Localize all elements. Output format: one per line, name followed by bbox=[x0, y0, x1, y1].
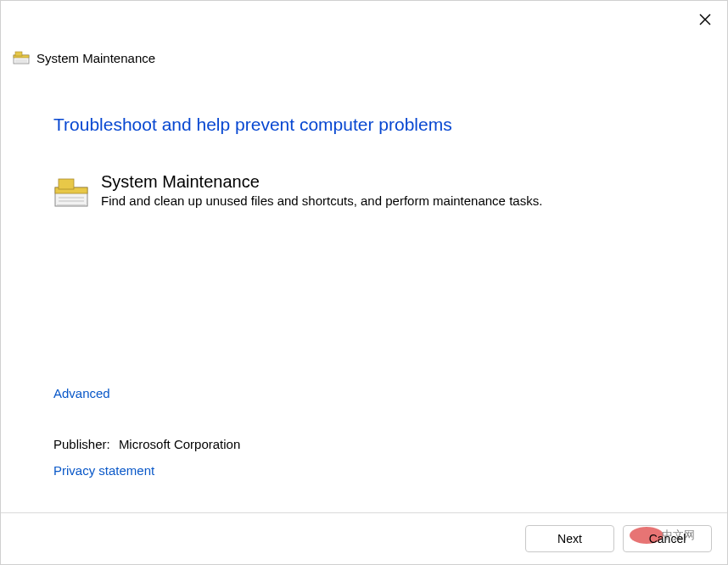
troubleshooter-description: Find and clean up unused files and short… bbox=[101, 193, 542, 208]
privacy-statement-link[interactable]: Privacy statement bbox=[53, 463, 154, 478]
titlebar bbox=[1, 1, 727, 35]
publisher-name: Microsoft Corporation bbox=[119, 437, 240, 451]
content-area: Troubleshoot and help prevent computer p… bbox=[1, 72, 727, 512]
dialog-header: System Maintenance bbox=[1, 35, 727, 72]
system-maintenance-small-icon bbox=[13, 50, 30, 65]
advanced-link[interactable]: Advanced bbox=[53, 386, 110, 400]
system-maintenance-large-icon bbox=[53, 174, 89, 210]
privacy-row: Privacy statement bbox=[53, 463, 675, 478]
close-button[interactable] bbox=[693, 8, 717, 31]
troubleshooter-row: System Maintenance Find and clean up unu… bbox=[53, 172, 675, 210]
publisher-label: Publisher: bbox=[53, 437, 110, 451]
bottom-section: Advanced Publisher: Microsoft Corporatio… bbox=[53, 386, 675, 495]
next-button[interactable]: Next bbox=[525, 525, 614, 552]
cancel-button[interactable]: Cancel bbox=[623, 525, 712, 552]
svg-rect-12 bbox=[57, 204, 86, 205]
publisher-row: Publisher: Microsoft Corporation bbox=[53, 437, 675, 451]
main-heading: Troubleshoot and help prevent computer p… bbox=[53, 115, 675, 135]
cancel-button-label: Cancel bbox=[649, 532, 686, 545]
troubleshooter-text: System Maintenance Find and clean up unu… bbox=[101, 172, 542, 208]
troubleshooter-title: System Maintenance bbox=[101, 172, 542, 192]
dialog-header-title: System Maintenance bbox=[36, 51, 155, 65]
svg-rect-4 bbox=[15, 52, 22, 56]
next-button-label: Next bbox=[557, 532, 582, 545]
svg-rect-9 bbox=[59, 179, 74, 189]
close-icon bbox=[699, 14, 711, 25]
footer: Next Cancel 中文网 bbox=[1, 512, 727, 564]
